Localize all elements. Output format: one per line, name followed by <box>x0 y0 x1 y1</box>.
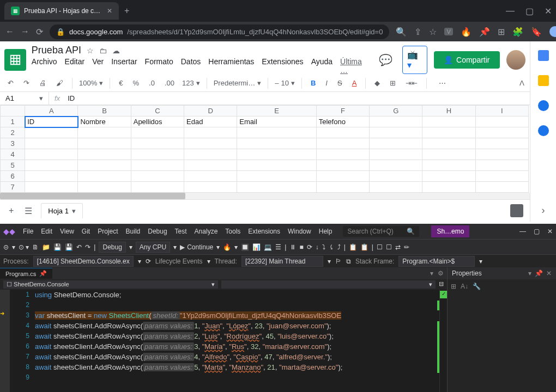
cell[interactable]: Nombre <box>78 117 131 127</box>
menu-editar[interactable]: Editar <box>65 57 85 75</box>
cell[interactable] <box>184 127 237 138</box>
row-header[interactable]: 5 <box>1 160 25 171</box>
print-icon[interactable]: 🖨 <box>37 77 49 89</box>
cell[interactable] <box>25 138 78 149</box>
cell[interactable] <box>237 127 316 138</box>
menu-herramientas[interactable]: Herramientas <box>208 57 254 75</box>
move-icon[interactable]: 🗀 <box>99 46 107 55</box>
cell[interactable] <box>78 171 131 182</box>
row-header[interactable]: 1 <box>1 117 25 127</box>
cell[interactable] <box>475 127 528 138</box>
select-all-cell[interactable] <box>1 106 25 117</box>
text-color-button[interactable]: A <box>350 77 359 89</box>
vs-menu-test[interactable]: Test <box>175 228 187 235</box>
cell[interactable] <box>422 117 475 127</box>
explore-button[interactable] <box>510 204 523 217</box>
crumb-namespace[interactable]: ☐ SheetDemo.Console▾ <box>3 280 218 289</box>
cell[interactable] <box>370 127 422 138</box>
tab-settings-icon[interactable]: ⚙ <box>438 270 444 277</box>
cell[interactable] <box>422 127 475 138</box>
percent-button[interactable]: % <box>130 77 141 89</box>
cell[interactable] <box>25 149 78 160</box>
ext-flame-icon[interactable]: 🔥 <box>461 27 472 37</box>
tb-icon[interactable]: 💻 <box>264 243 272 251</box>
keep-icon[interactable] <box>538 75 549 86</box>
props-pin-icon[interactable]: 📌 <box>535 270 543 277</box>
bold-button[interactable]: B <box>309 77 318 89</box>
cell[interactable] <box>316 171 369 182</box>
cell[interactable] <box>237 182 316 193</box>
col-header[interactable]: G <box>370 106 422 117</box>
tasks-icon[interactable] <box>538 100 549 111</box>
spreadsheet-grid[interactable]: ABCDEFGHI1IDNombreApellidosEdadEmailTele… <box>0 105 530 193</box>
props-cat-icon[interactable]: ⊞ <box>451 283 456 290</box>
vs-redo-icon[interactable]: ↷ <box>85 243 90 251</box>
row-header[interactable]: 4 <box>1 149 25 160</box>
restart-icon[interactable]: ⟳ <box>307 243 312 251</box>
cell-reference-box[interactable]: A1▾ <box>0 92 49 105</box>
cell[interactable] <box>422 138 475 149</box>
col-header[interactable]: A <box>25 106 78 117</box>
col-header[interactable]: F <box>316 106 369 117</box>
step-icon[interactable]: ↓ <box>316 243 319 251</box>
cell[interactable] <box>78 127 131 138</box>
config-select[interactable]: Debug <box>99 242 125 253</box>
cell[interactable] <box>370 182 422 193</box>
forward-button[interactable]: → <box>21 27 29 36</box>
ext-pin-icon[interactable]: 📌 <box>479 27 490 37</box>
crumb-method[interactable]: ▾ <box>221 280 436 289</box>
sheets-logo-icon[interactable] <box>4 49 26 71</box>
strike-button[interactable]: S <box>335 77 345 89</box>
undo-icon[interactable]: ↶ <box>5 77 16 89</box>
col-header[interactable]: I <box>475 106 528 117</box>
decrease-decimal-button[interactable]: .0 <box>147 77 157 89</box>
new-tab-button[interactable]: + <box>119 6 135 16</box>
vs-menu-build[interactable]: Build <box>126 228 141 235</box>
tb-icon[interactable]: ☐ <box>386 243 392 251</box>
borders-icon[interactable]: ⊞ <box>388 77 398 89</box>
cell[interactable] <box>184 160 237 171</box>
threads-icon[interactable]: ⧉ <box>346 258 351 265</box>
sheet-tab[interactable]: Hoja 1▾ <box>41 203 83 218</box>
present-button[interactable]: 📺▾ <box>402 46 427 74</box>
vs-menu-tools[interactable]: Tools <box>225 228 240 235</box>
vs-solution-mode[interactable]: Sh…emo <box>431 225 469 237</box>
cell[interactable] <box>370 117 422 127</box>
more-toolbar-icon[interactable]: ⋯ <box>437 77 448 89</box>
vs-menu-project[interactable]: Project <box>98 228 118 235</box>
add-sheet-button[interactable]: + <box>7 204 16 218</box>
cell[interactable]: Edad <box>184 117 237 127</box>
vs-nav-back-icon[interactable]: ⊝ <box>3 243 9 251</box>
vs-menu-analyze[interactable]: Analyze <box>195 228 218 235</box>
cell[interactable] <box>237 149 316 160</box>
props-az-icon[interactable]: A↓ <box>461 283 468 290</box>
step-out-icon[interactable]: ⤴ <box>337 243 341 251</box>
row-header[interactable]: 3 <box>1 138 25 149</box>
cell[interactable] <box>184 138 237 149</box>
cell[interactable] <box>131 182 184 193</box>
col-header[interactable]: B <box>78 106 131 117</box>
file-tab[interactable]: Program.cs📌 <box>0 268 52 279</box>
fill-color-icon[interactable]: ◆ <box>372 77 382 89</box>
row-header[interactable]: 2 <box>1 127 25 138</box>
cell[interactable] <box>370 138 422 149</box>
horizontal-scrollbar[interactable] <box>0 193 530 199</box>
close-window-icon[interactable]: ✕ <box>545 6 552 16</box>
cell[interactable] <box>370 149 422 160</box>
cell[interactable] <box>131 149 184 160</box>
cloud-status-icon[interactable]: ☁ <box>112 46 120 55</box>
vs-menu-file[interactable]: File <box>23 228 33 235</box>
pause-icon[interactable]: ⏸ <box>289 243 296 251</box>
cell[interactable] <box>237 160 316 171</box>
vs-menu-debug[interactable]: Debug <box>148 228 167 235</box>
cell[interactable] <box>316 182 369 193</box>
currency-button[interactable]: € <box>117 77 125 89</box>
cell[interactable] <box>131 160 184 171</box>
cell[interactable] <box>237 171 316 182</box>
vs-new-icon[interactable]: 🗎 <box>32 243 39 251</box>
paint-format-icon[interactable]: 🖌 <box>54 77 65 89</box>
cell[interactable] <box>25 182 78 193</box>
cell[interactable] <box>475 117 528 127</box>
props-wrench-icon[interactable]: 🔧 <box>473 283 481 290</box>
hot-reload-icon[interactable]: 🔥 <box>223 243 231 251</box>
